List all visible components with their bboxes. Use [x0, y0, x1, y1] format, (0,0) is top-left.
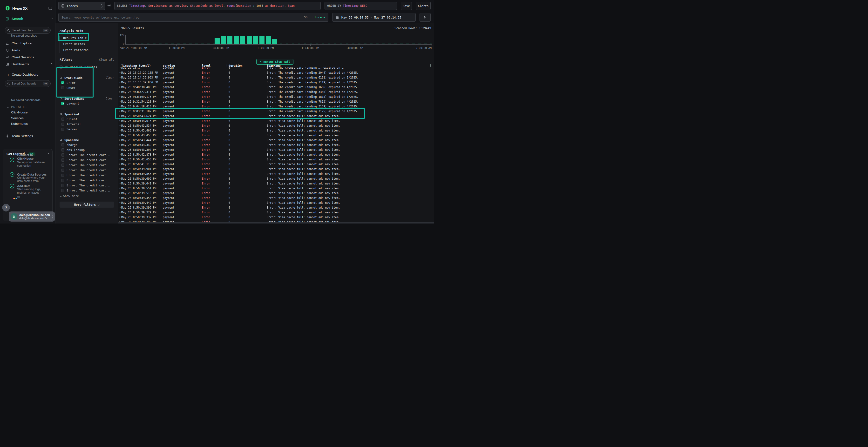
sidebar-item-dashboards[interactable]: Dashboards — [5, 61, 52, 67]
resume-live-tail-button[interactable]: Resume Live Tail — [256, 59, 293, 65]
sql-toggle[interactable]: SQL — [304, 16, 309, 19]
row-expand-chevron-icon[interactable]: > — [119, 187, 121, 190]
sidebar-item-alerts[interactable]: Alerts — [5, 47, 52, 53]
search-icon[interactable] — [60, 76, 63, 79]
filter-option-server[interactable]: Server — [60, 127, 114, 132]
row-expand-chevron-icon[interactable]: > — [119, 163, 121, 166]
table-row[interactable]: >May 26 10:…paymentError0Error: The cred… — [118, 67, 434, 70]
saved-dashboards-field[interactable] — [11, 82, 42, 85]
checkbox[interactable] — [61, 102, 64, 105]
checkbox[interactable] — [61, 128, 64, 131]
preset-clickhouse[interactable]: ClickHouse — [11, 110, 28, 114]
table-row[interactable]: >May 26 8:50:39.692 PMpaymentError0Error… — [118, 176, 434, 181]
histogram-bar[interactable] — [227, 36, 232, 44]
column-separator-icon[interactable]: ⋮ — [263, 64, 267, 67]
user-chip[interactable]: D dale@clickhouse.com dale@clickhouse.co… — [9, 211, 55, 221]
filter-option-error-the-credit-card-[interactable]: Error: The credit card … — [60, 188, 114, 193]
row-expand-chevron-icon[interactable]: > — [119, 115, 121, 117]
table-row[interactable]: >May 26 8:50:43.349 PMpaymentError0Error… — [118, 143, 434, 147]
row-expand-chevron-icon[interactable]: > — [119, 119, 121, 122]
row-expand-chevron-icon[interactable]: > — [119, 158, 121, 161]
histogram-bar[interactable] — [247, 36, 252, 44]
sidebar-collapse-icon[interactable] — [48, 6, 52, 10]
table-row[interactable]: >May 26 8:50:39.337 PMpaymentError0Error… — [118, 215, 434, 220]
checkbox[interactable] — [61, 184, 64, 187]
preset-kubernetes[interactable]: Kubernetes — [11, 122, 28, 126]
analysis-mode-event-patterns[interactable]: Event Patterns — [60, 47, 114, 53]
clear-all-button[interactable]: Clear all — [99, 58, 114, 61]
table-row[interactable]: >May 26 8:50:42.655 PMpaymentError0Error… — [118, 157, 434, 162]
histogram-bar[interactable] — [215, 38, 220, 44]
checkbox[interactable] — [61, 153, 64, 157]
row-expand-chevron-icon[interactable]: > — [119, 139, 121, 141]
histogram-bar[interactable] — [240, 36, 245, 44]
checkbox[interactable] — [61, 81, 64, 84]
filter-option-charge[interactable]: charge — [60, 142, 114, 147]
table-row[interactable]: >May 26 9:04:18.410 PMpaymentError0Error… — [118, 104, 434, 109]
column-separator-icon[interactable]: ⋮ — [198, 64, 202, 67]
table-row[interactable]: >May 26 8:50:39.442 PMpaymentError0Error… — [118, 200, 434, 205]
table-row[interactable]: >May 26 8:50:39.513 PMpaymentError0Error… — [118, 191, 434, 196]
checkbox[interactable] — [61, 174, 64, 177]
row-expand-chevron-icon[interactable]: > — [119, 124, 121, 127]
checkbox[interactable] — [61, 159, 64, 162]
checkbox[interactable] — [61, 189, 64, 192]
table-row[interactable]: >May 26 10:17:29.105 PMpaymentError0Erro… — [118, 70, 434, 75]
row-expand-chevron-icon[interactable]: > — [119, 177, 121, 180]
row-expand-chevron-icon[interactable]: > — [119, 192, 121, 194]
table-row[interactable]: >May 26 8:50:43.624 PMpaymentError0Error… — [118, 114, 434, 118]
denoise-results-toggle[interactable]: Denoise Results — [60, 64, 114, 70]
table-row-clipped[interactable]: >May 26 10:…paymentError0Error: The cred… — [118, 67, 434, 70]
row-expand-chevron-icon[interactable]: > — [119, 129, 121, 132]
lucene-toggle[interactable]: Lucene — [315, 16, 325, 19]
run-query-button[interactable] — [420, 13, 431, 22]
filter-option-error-the-credit-card-[interactable]: Error: The credit card … — [60, 152, 114, 158]
more-filters-button[interactable]: More filters — [60, 202, 114, 208]
event-search-bar[interactable]: SQL | Lucene — [58, 13, 329, 22]
filter-option-error-the-credit-card-[interactable]: Error: The credit card … — [60, 173, 114, 178]
search-icon[interactable] — [60, 113, 63, 116]
table-row[interactable]: >May 26 8:50:39.453 PMpaymentError0Error… — [118, 196, 434, 200]
table-row[interactable]: >May 26 9:36:27.311 PMpaymentError0Error… — [118, 90, 434, 94]
filter-option-error-the-credit-card-[interactable]: Error: The credit card … — [60, 158, 114, 163]
checkbox[interactable] — [61, 148, 64, 151]
table-row[interactable]: >May 26 8:50:39.379 PMpaymentError0Error… — [118, 210, 434, 215]
histogram-bar[interactable] — [234, 36, 239, 44]
sidebar-item-client-sessions[interactable]: Client Sessions — [5, 55, 52, 60]
alerts-button[interactable]: Alerts — [416, 2, 431, 10]
row-expand-chevron-icon[interactable]: > — [119, 216, 121, 218]
event-search-input[interactable] — [61, 16, 304, 19]
save-button[interactable]: Save — [401, 2, 412, 10]
checkbox[interactable] — [61, 143, 64, 146]
table-row[interactable]: >May 26 8:50:39.399 PMpaymentError0Error… — [118, 205, 434, 210]
saved-dashboards-input[interactable]: ⌘K — [5, 80, 51, 87]
checkbox[interactable] — [61, 164, 64, 167]
filter-option-dns-lookup[interactable]: dns.lookup — [60, 147, 114, 152]
table-row[interactable]: >May 26 8:50:39.551 PMpaymentError0Error… — [118, 186, 434, 191]
analysis-mode-event-deltas[interactable]: Event Deltas — [60, 41, 114, 47]
row-expand-chevron-icon[interactable]: > — [119, 168, 121, 170]
filter-option-payment[interactable]: payment — [60, 101, 114, 106]
filter-option-error[interactable]: Error — [60, 80, 114, 85]
saved-searches-field[interactable] — [11, 29, 42, 32]
row-expand-chevron-icon[interactable]: > — [119, 86, 121, 89]
filter-option-error-the-credit-card-[interactable]: Error: The credit card … — [60, 168, 114, 173]
table-row[interactable]: >May 26 8:50:43.444 PMpaymentError0Error… — [118, 138, 434, 143]
saved-searches-input[interactable]: ⌘K — [5, 27, 51, 34]
table-row[interactable]: >May 26 10:14:36.963 PMpaymentError0Erro… — [118, 75, 434, 80]
analysis-mode-results-table[interactable]: Results Table — [60, 35, 114, 41]
table-row[interactable]: >May 26 8:50:43.534 PMpaymentError0Error… — [118, 123, 434, 128]
row-expand-chevron-icon[interactable]: > — [119, 76, 121, 79]
table-row[interactable]: >May 26 8:50:39.901 PMpaymentError0Error… — [118, 167, 434, 171]
filter-option-unset[interactable]: Unset — [60, 85, 114, 90]
filter-clear-button[interactable]: Clear — [105, 76, 114, 79]
histogram-bar[interactable] — [259, 36, 265, 44]
column-header-duration[interactable]: duration — [228, 64, 243, 67]
row-expand-chevron-icon[interactable]: > — [119, 110, 121, 112]
sql-select-editor[interactable]: SELECT Timestamp, ServiceName as service… — [114, 2, 321, 10]
horizontal-scrollbar[interactable] — [118, 222, 434, 224]
preset-services[interactable]: Services — [11, 116, 24, 120]
column-header-timestamp-local-[interactable]: Timestamp (Local) — [121, 64, 151, 67]
table-row[interactable]: >May 26 9:32:54.120 PMpaymentError0Error… — [118, 99, 434, 104]
histogram-bar[interactable] — [266, 36, 271, 44]
